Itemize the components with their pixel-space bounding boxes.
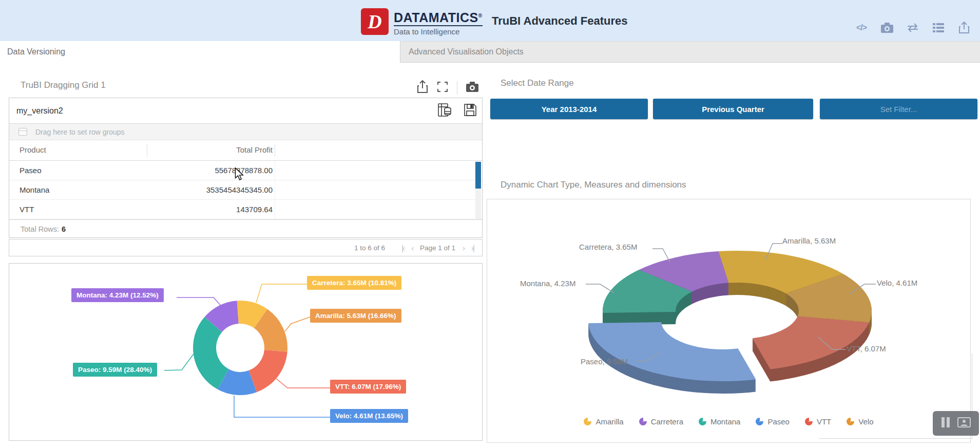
code-icon[interactable]: </> <box>854 21 869 35</box>
legend-label: Carretera <box>651 417 683 426</box>
save-icon[interactable] <box>464 103 477 119</box>
camera-icon[interactable] <box>879 21 895 35</box>
row-groups-icon <box>18 128 27 136</box>
legend-label: Paseo <box>767 417 790 426</box>
pie-icon <box>639 418 647 425</box>
year-2013-2014-button[interactable]: Year 2013-2014 <box>490 99 648 119</box>
chart3d-label-montana: Montana, 4.23M <box>520 279 575 288</box>
chart-label-paseo: Paseo: 9.59M (28.40%) <box>73 363 157 377</box>
version-row <box>9 98 482 124</box>
scrollbar-thumb[interactable] <box>475 162 481 189</box>
fullscreen-icon[interactable] <box>436 81 449 95</box>
table-row[interactable]: VTT 143709.64 <box>9 200 482 219</box>
legend-item-amarilla[interactable]: Amarilla <box>584 417 623 426</box>
pie-icon <box>805 418 813 425</box>
versions-icon[interactable] <box>438 103 451 119</box>
last-page-icon[interactable]: ›| <box>471 244 474 252</box>
total-rows-bar: Total Rows: 6 <box>9 219 482 238</box>
pagination-range: 1 to 6 of 6 <box>354 244 385 252</box>
legend-label: Montana <box>710 417 740 426</box>
product-cell: Paseo <box>20 166 42 175</box>
column-divider[interactable] <box>275 144 275 157</box>
picture-icon[interactable] <box>957 417 971 430</box>
logo-mark: D <box>361 8 389 35</box>
chart3d-label-carretera: Carretera, 3.65M <box>579 243 637 251</box>
widget-toolbar <box>417 80 479 96</box>
mouse-cursor <box>234 167 245 183</box>
date-range-title: Select Date Range <box>501 78 574 88</box>
total-rows-label: Total Rows: <box>21 225 59 233</box>
pause-icon[interactable] <box>941 417 950 430</box>
donut-chart-panel: Montana: 4.23M (12.52%) Carretera: 3.65M… <box>9 263 483 441</box>
legend-label: VTT <box>817 417 831 426</box>
brand-name: DATAMATICS® <box>394 9 483 26</box>
page-title: TruBI Advanced Features <box>492 14 627 28</box>
datamatics-logo: D DATAMATICS® Data to Intelligence <box>361 8 483 37</box>
repeat-icon[interactable] <box>905 21 920 35</box>
grid-body: Paseo 55678878878.00 Montana 35354543453… <box>9 161 482 219</box>
column-divider <box>275 200 275 219</box>
chart-label-vtt: VTT: 6.07M (17.96%) <box>330 380 406 394</box>
snapshot-icon[interactable] <box>466 81 479 95</box>
donut3d-chart-panel: Carretera, 3.65M Amarilla, 5.63M Montana… <box>487 199 971 443</box>
previous-quarter-button[interactable]: Previous Quarter <box>653 99 813 119</box>
legend-item-montana[interactable]: Montana <box>699 417 740 426</box>
version-name-input[interactable] <box>12 102 372 120</box>
data-grid-panel: Drag here to set row groups Product Tota… <box>9 98 483 238</box>
brand-tagline: Data to Intelligence <box>394 27 483 36</box>
chart-label-carretera: Carretera: 3.65M (10.81%) <box>307 276 401 290</box>
table-row[interactable]: Montana 3535454345345.00 <box>9 180 482 200</box>
recording-overlay <box>933 411 979 436</box>
chart3d-label-amarilla: Amarilla, 5.63M <box>782 236 836 245</box>
header-toolbar: </> <box>854 21 972 35</box>
table-row[interactable]: Paseo 55678878878.00 <box>9 161 482 180</box>
profit-cell: 55678878878.00 <box>127 166 273 175</box>
app-header: D DATAMATICS® Data to Intelligence TruBI… <box>0 0 980 41</box>
legend-label: Amarilla <box>595 417 623 426</box>
legend-item-vtt[interactable]: VTT <box>805 417 831 426</box>
registered-mark: ® <box>478 13 483 18</box>
pie-icon <box>699 418 706 425</box>
chart-label-amarilla: Amarilla: 5.63M (16.66%) <box>310 309 401 323</box>
product-cell: Montana <box>20 185 49 194</box>
chart-legend: Amarilla Carretera Montana Paseo VTT Vel… <box>487 417 970 426</box>
chart-label-montana: Montana: 4.23M (12.52%) <box>71 288 164 302</box>
tab-bar: Data Versioning Advanced Visualisation O… <box>0 41 980 63</box>
list-icon[interactable] <box>931 21 946 35</box>
dynamic-chart-title: Dynamic Chart Type, Measures and dimensi… <box>501 180 686 190</box>
pie-icon <box>756 418 763 425</box>
window-edge <box>819 438 972 439</box>
pagination-bar: 1 to 6 of 6 |‹ ‹ Page 1 of 1 › ›| <box>9 239 483 256</box>
column-header-total-profit[interactable]: Total Profit <box>127 145 273 154</box>
column-divider[interactable] <box>147 144 147 157</box>
pie-icon <box>847 418 854 425</box>
legend-item-paseo[interactable]: Paseo <box>756 417 790 426</box>
column-header-product[interactable]: Product <box>20 145 46 154</box>
export-icon[interactable] <box>956 21 972 35</box>
chart3d-label-vtt: VTT, 6.07M <box>847 344 886 353</box>
next-page-icon[interactable]: › <box>463 244 464 252</box>
total-rows-count: 6 <box>62 225 66 233</box>
donut-chart-3d[interactable] <box>487 199 971 443</box>
first-page-icon[interactable]: |‹ <box>401 244 404 252</box>
toolbar-divider <box>457 81 457 95</box>
profit-cell: 3535454345345.00 <box>127 185 273 194</box>
pie-icon <box>584 418 591 425</box>
column-divider <box>275 161 275 180</box>
tab-data-versioning[interactable]: Data Versioning <box>0 41 400 63</box>
tab-advanced-visualisation-objects[interactable]: Advanced Visualisation Objects <box>400 41 980 63</box>
profit-cell: 143709.64 <box>127 205 273 214</box>
legend-item-velo[interactable]: Velo <box>847 417 873 426</box>
page-status: Page 1 of 1 <box>420 244 455 252</box>
prev-page-icon[interactable]: ‹ <box>411 244 413 252</box>
widget-title: TruBI Dragging Grid 1 <box>21 80 106 90</box>
chart3d-label-paseo: Paseo, 9.59M <box>581 357 628 366</box>
row-groups-hint: Drag here to set row groups <box>35 128 125 136</box>
set-filter-button[interactable]: Set Filter... <box>820 99 977 119</box>
product-cell: VTT <box>20 205 34 214</box>
legend-item-carretera[interactable]: Carretera <box>639 417 683 426</box>
column-divider <box>275 180 275 200</box>
legend-label: Velo <box>858 417 873 426</box>
row-groups-dropzone[interactable]: Drag here to set row groups <box>9 124 482 140</box>
share-icon[interactable] <box>417 80 428 96</box>
